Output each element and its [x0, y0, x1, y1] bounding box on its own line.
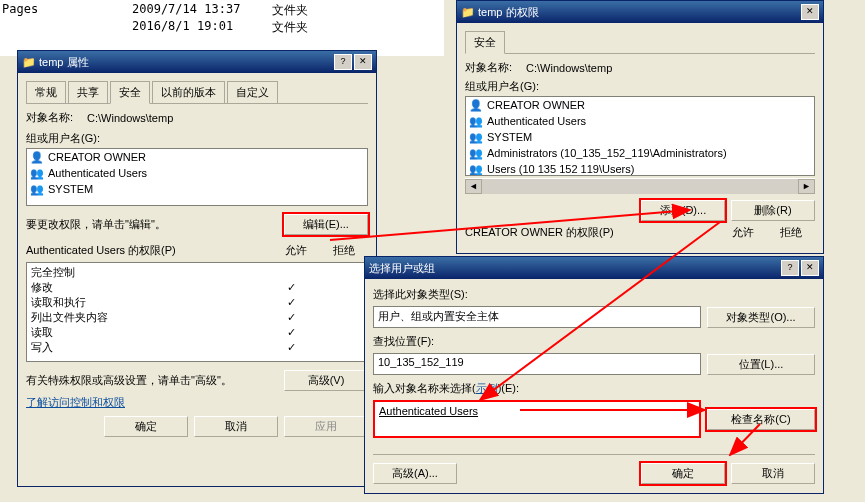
cancel-button-2[interactable]: 取消: [731, 463, 815, 484]
perms-label: Authenticated Users 的权限(P): [26, 243, 176, 258]
ok-button-2[interactable]: 确定: [641, 463, 725, 484]
list-item: 👥Administrators (10_135_152_119\Administ…: [466, 145, 814, 161]
apply-button[interactable]: 应用: [284, 416, 368, 437]
titlebar[interactable]: 📁 temp 属性 ? ✕: [18, 51, 376, 73]
window-title: 选择用户或组: [369, 261, 779, 276]
object-type-field: 用户、组或内置安全主体: [373, 306, 701, 328]
tab-previous[interactable]: 以前的版本: [152, 81, 225, 104]
titlebar[interactable]: 📁 temp 的权限 ✕: [457, 1, 823, 23]
list-item: 👥SYSTEM: [466, 129, 814, 145]
cancel-button[interactable]: 取消: [194, 416, 278, 437]
check-names-button[interactable]: 检查名称(C): [707, 409, 815, 430]
help-link[interactable]: 了解访问控制和权限: [26, 395, 125, 410]
list-item: 👥SYSTEM: [27, 181, 367, 197]
help-button[interactable]: ?: [781, 260, 799, 276]
list-item: 👥Authenticated Users: [27, 165, 367, 181]
close-button[interactable]: ✕: [354, 54, 372, 70]
users-icon: 👥: [29, 182, 45, 196]
names-label: 输入对象名称来选择(: [373, 382, 476, 394]
object-type-label: 选择此对象类型(S):: [373, 287, 815, 302]
object-name-label: 对象名称:: [465, 60, 512, 75]
user-icon: 👤: [468, 98, 484, 112]
adv-hint: 有关特殊权限或高级设置，请单击"高级"。: [26, 373, 232, 388]
location-field: 10_135_152_119: [373, 353, 701, 375]
permissions-dialog: 📁 temp 的权限 ✕ 安全 对象名称: C:\Windows\temp 组或…: [456, 0, 824, 254]
window-title: temp 的权限: [478, 5, 799, 20]
object-type-button[interactable]: 对象类型(O)...: [707, 307, 815, 328]
help-button[interactable]: ?: [334, 54, 352, 70]
object-path: C:\Windows\temp: [526, 62, 612, 74]
folder-icon: 📁: [22, 56, 36, 69]
select-users-dialog: 选择用户或组 ?✕ 选择此对象类型(S): 用户、组或内置安全主体 对象类型(O…: [364, 256, 824, 494]
object-name-label: 对象名称:: [26, 110, 73, 125]
groups-label: 组或用户名(G):: [465, 79, 815, 94]
groups-label: 组或用户名(G):: [26, 131, 368, 146]
object-path: C:\Windows\temp: [87, 112, 173, 124]
edit-hint: 要更改权限，请单击"编辑"。: [26, 217, 166, 232]
background-file-list: Pages2009/7/14 13:37文件夹 2016/8/1 19:01文件…: [0, 0, 444, 56]
groups-listbox-2[interactable]: 👤CREATOR OWNER 👥Authenticated Users 👥SYS…: [465, 96, 815, 176]
users-icon: 👥: [468, 114, 484, 128]
advanced-button[interactable]: 高级(V): [284, 370, 368, 391]
horizontal-scrollbar[interactable]: ◄►: [465, 178, 815, 194]
edit-button[interactable]: 编辑(E)...: [284, 214, 368, 235]
tab-custom[interactable]: 自定义: [227, 81, 278, 104]
close-button[interactable]: ✕: [801, 260, 819, 276]
example-link[interactable]: 示例: [476, 382, 498, 394]
owner-perms-label: CREATOR OWNER 的权限(P): [465, 225, 614, 240]
properties-dialog: 📁 temp 属性 ? ✕ 常规 共享 安全 以前的版本 自定义 对象名称: C…: [17, 50, 377, 487]
groups-listbox[interactable]: 👤CREATOR OWNER 👥Authenticated Users 👥SYS…: [26, 148, 368, 206]
close-button[interactable]: ✕: [801, 4, 819, 20]
list-item: 👤CREATOR OWNER: [466, 97, 814, 113]
location-button[interactable]: 位置(L)...: [707, 354, 815, 375]
tabs: 常规 共享 安全 以前的版本 自定义: [26, 81, 368, 104]
users-icon: 👥: [468, 146, 484, 160]
window-title: temp 属性: [39, 55, 332, 70]
tab-sharing[interactable]: 共享: [68, 81, 108, 104]
list-item: 👥Users (10 135 152 119\Users): [466, 161, 814, 176]
users-icon: 👥: [468, 162, 484, 176]
permissions-table[interactable]: 完全控制 修改✓ 读取和执行✓ 列出文件夹内容✓ 读取✓ 写入✓: [26, 262, 368, 362]
list-item: 👥Authenticated Users: [466, 113, 814, 129]
remove-button[interactable]: 删除(R): [731, 200, 815, 221]
location-label: 查找位置(F):: [373, 334, 815, 349]
tab-security[interactable]: 安全: [110, 81, 150, 104]
add-button[interactable]: 添加(D)...: [641, 200, 725, 221]
tab-general[interactable]: 常规: [26, 81, 66, 104]
names-input[interactable]: Authenticated Users: [373, 400, 701, 438]
user-icon: 👤: [29, 150, 45, 164]
users-icon: 👥: [29, 166, 45, 180]
tab-security-2[interactable]: 安全: [465, 31, 505, 54]
titlebar[interactable]: 选择用户或组 ?✕: [365, 257, 823, 279]
folder-icon: 📁: [461, 6, 475, 19]
advanced-button-2[interactable]: 高级(A)...: [373, 463, 457, 484]
ok-button[interactable]: 确定: [104, 416, 188, 437]
list-item: 👤CREATOR OWNER: [27, 149, 367, 165]
users-icon: 👥: [468, 130, 484, 144]
